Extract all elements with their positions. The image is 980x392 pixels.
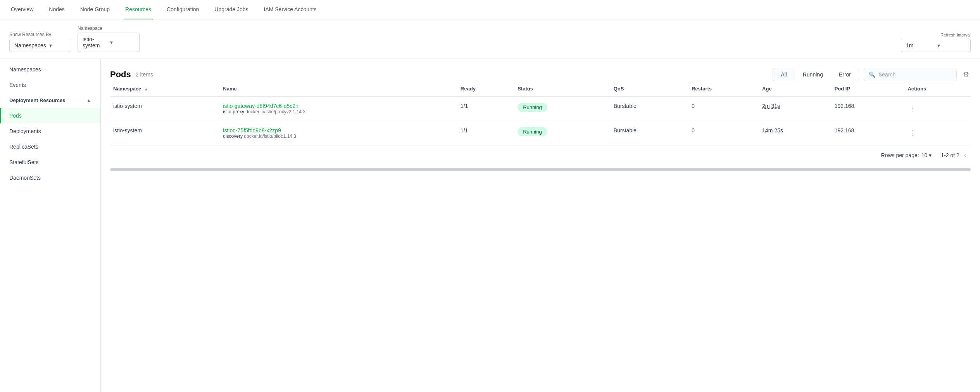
- col-age: Age: [759, 81, 832, 97]
- content-area: Pods 2 items AllRunningError 🔍 ⚙ Namespa…: [101, 59, 980, 392]
- sort-asc-icon: ▲: [144, 87, 148, 91]
- controls-row: Show Resources By Namespaces ▾ Namespace…: [0, 19, 980, 59]
- settings-icon[interactable]: ⚙: [961, 69, 971, 80]
- horizontal-scrollbar[interactable]: [110, 168, 971, 171]
- chevron-down-icon: ▾: [49, 42, 66, 49]
- col-qos: QoS: [611, 81, 688, 97]
- namespace-select[interactable]: istio-system ▾: [78, 33, 140, 52]
- cell-name-1: istiod-75f5fdd9b8-x2zp9 discovery docker…: [220, 121, 457, 146]
- col-actions: Actions: [904, 81, 971, 97]
- cell-actions-0: ⋮: [904, 97, 971, 121]
- pod-sub-0: istio-proxy docker.io/istio/proxyv2:1.14…: [223, 109, 454, 114]
- table-row: istio-system istiod-75f5fdd9b8-x2zp9 dis…: [110, 121, 971, 146]
- refresh-interval-group: Refresh Interval 1m ▾: [901, 33, 971, 52]
- nav-tab-node-group[interactable]: Node Group: [79, 0, 111, 19]
- nav-tab-iam-service-accounts[interactable]: IAM Service Accounts: [262, 0, 318, 19]
- cell-status-0: Running: [514, 97, 611, 121]
- search-input[interactable]: [878, 71, 952, 78]
- rows-per-page-label: Rows per page:: [881, 152, 919, 158]
- filter-btn-error[interactable]: Error: [831, 68, 859, 81]
- table-footer: Rows per page: 10 ▾ 1-2 of 2 ‹: [110, 145, 971, 165]
- sidebar-item-namespaces[interactable]: Namespaces: [0, 62, 100, 77]
- cell-podip-1: 192.168.: [832, 121, 905, 146]
- actions-menu-btn-0[interactable]: ⋮: [908, 103, 918, 114]
- show-resources-by-group: Show Resources By Namespaces ▾: [9, 32, 71, 52]
- cell-restarts-1: 0: [688, 121, 759, 146]
- cell-qos-1: Burstable: [611, 121, 688, 146]
- search-icon: 🔍: [869, 71, 875, 78]
- sidebar-item-statefulsets[interactable]: StatefulSets: [0, 154, 100, 170]
- rows-per-page-value: 10: [921, 152, 928, 158]
- show-resources-select[interactable]: Namespaces ▾: [9, 39, 71, 52]
- filter-buttons: AllRunningError: [773, 68, 859, 81]
- chevron-down-icon: ▾: [110, 39, 135, 45]
- chevron-up-icon: ▲: [86, 98, 91, 103]
- sidebar-item-daemonsets[interactable]: DaemonSets: [0, 170, 100, 186]
- pod-sub-1: discovery docker.io/istio/pilot:1.14.3: [223, 134, 454, 139]
- cell-age-1: 14m 25s: [759, 121, 832, 146]
- table-row: istio-system istio-gateway-d8f94d7c6-q5c…: [110, 97, 971, 121]
- top-navigation: OverviewNodesNode GroupResourcesConfigur…: [0, 0, 980, 19]
- col-restarts: Restarts: [688, 81, 759, 97]
- cell-namespace-1: istio-system: [110, 121, 220, 146]
- pods-header: Pods 2 items AllRunningError 🔍 ⚙: [110, 68, 971, 81]
- col-pod-ip: Pod IP: [832, 81, 905, 97]
- filter-btn-running[interactable]: Running: [795, 68, 831, 81]
- cell-podip-0: 192.168.: [832, 97, 905, 121]
- page-info: 1-2 of 2: [941, 152, 959, 158]
- pods-count: 2 items: [136, 71, 153, 78]
- sidebar: NamespacesEventsDeployment Resources▲Pod…: [0, 59, 101, 392]
- namespace-label: Namespace: [78, 26, 140, 31]
- actions-menu-btn-1[interactable]: ⋮: [908, 127, 918, 138]
- cell-ready-0: 1/1: [457, 97, 514, 121]
- filter-btn-all[interactable]: All: [773, 68, 795, 81]
- pod-link-1[interactable]: istiod-75f5fdd9b8-x2zp9: [223, 127, 454, 134]
- sidebar-item-pods[interactable]: Pods: [0, 108, 100, 123]
- col-name: Name: [220, 81, 457, 97]
- table-header-row: Namespace ▲ Name Ready Status QoS Restar…: [110, 81, 971, 97]
- rows-per-page-select[interactable]: 10 ▾: [921, 152, 932, 158]
- age-value-0: 2m 31s: [762, 103, 780, 109]
- age-value-1: 14m 25s: [762, 127, 783, 134]
- pods-table: Namespace ▲ Name Ready Status QoS Restar…: [110, 81, 971, 145]
- col-namespace: Namespace ▲: [110, 81, 220, 97]
- rows-per-page-group: Rows per page: 10 ▾: [881, 152, 932, 158]
- cell-ready-1: 1/1: [457, 121, 514, 146]
- nav-tab-configuration[interactable]: Configuration: [165, 0, 200, 19]
- sidebar-section-deployment-resources[interactable]: Deployment Resources▲: [0, 93, 100, 108]
- cell-restarts-0: 0: [688, 97, 759, 121]
- section-label: Deployment Resources: [9, 97, 66, 103]
- search-box[interactable]: 🔍: [864, 68, 957, 81]
- cell-status-1: Running: [514, 121, 611, 146]
- sidebar-item-replicasets[interactable]: ReplicaSets: [0, 139, 100, 154]
- status-badge-1: Running: [518, 127, 547, 136]
- col-status: Status: [514, 81, 611, 97]
- status-badge-0: Running: [518, 103, 547, 112]
- cell-age-0: 2m 31s: [759, 97, 832, 121]
- nav-tab-overview[interactable]: Overview: [9, 0, 35, 19]
- namespace-group: Namespace istio-system ▾: [78, 26, 140, 52]
- col-ready: Ready: [457, 81, 514, 97]
- refresh-interval-select[interactable]: 1m ▾: [901, 39, 971, 52]
- sidebar-item-deployments[interactable]: Deployments: [0, 123, 100, 139]
- sidebar-item-events[interactable]: Events: [0, 77, 100, 93]
- refresh-interval-label: Refresh Interval: [901, 33, 971, 37]
- pods-title: Pods: [110, 69, 131, 80]
- main-layout: NamespacesEventsDeployment Resources▲Pod…: [0, 59, 980, 392]
- chevron-down-icon: ▾: [937, 42, 966, 49]
- cell-namespace-0: istio-system: [110, 97, 220, 121]
- nav-tab-resources[interactable]: Resources: [124, 0, 153, 19]
- nav-tab-nodes[interactable]: Nodes: [47, 0, 66, 19]
- cell-name-0: istio-gateway-d8f94d7c6-q5c2n istio-prox…: [220, 97, 457, 121]
- nav-tab-upgrade-jobs[interactable]: Upgrade Jobs: [213, 0, 250, 19]
- cell-actions-1: ⋮: [904, 121, 971, 146]
- show-resources-label: Show Resources By: [9, 32, 71, 37]
- chevron-down-icon: ▾: [929, 152, 932, 158]
- prev-page-button[interactable]: ‹: [963, 150, 968, 160]
- cell-qos-0: Burstable: [611, 97, 688, 121]
- pod-link-0[interactable]: istio-gateway-d8f94d7c6-q5c2n: [223, 103, 454, 109]
